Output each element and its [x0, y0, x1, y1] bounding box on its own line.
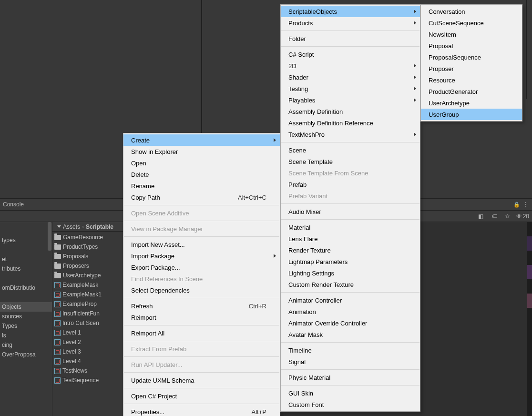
menu-item[interactable]: Rename — [123, 180, 280, 192]
menu-item[interactable]: UserGroup — [421, 109, 522, 120]
folder-row[interactable]: Proposers — [52, 261, 128, 271]
scriptableobject-row[interactable]: Level 2 — [52, 337, 128, 347]
menu-item[interactable]: Assembly Definition Reference — [281, 117, 420, 129]
menu-item[interactable]: 2D — [281, 60, 420, 71]
menu-item[interactable]: Products — [281, 17, 420, 29]
menu-item[interactable]: Custom Render Texture — [281, 279, 420, 290]
left-tree-item[interactable]: Types — [0, 321, 52, 331]
left-tree-item[interactable]: OverProposa — [0, 350, 52, 359]
left-tree-item[interactable] — [0, 274, 52, 283]
left-tree-item[interactable]: et — [0, 254, 52, 264]
label-icon[interactable]: 🏷 — [490, 212, 499, 221]
left-tree-item[interactable]: Objects — [0, 302, 52, 312]
menu-item[interactable]: Prefab — [281, 179, 420, 190]
menu-item[interactable]: Export Package... — [123, 262, 280, 273]
menu-item[interactable]: C# Script — [281, 49, 420, 60]
menu-item[interactable]: Reimport All — [123, 327, 280, 339]
menu-item[interactable]: Shader — [281, 71, 420, 83]
menu-item[interactable]: Delete — [123, 169, 280, 180]
menu-item[interactable]: Testing — [281, 83, 420, 94]
menu-item[interactable]: Animation — [281, 306, 420, 317]
scriptableobject-row[interactable]: ExampleMask1 — [52, 290, 128, 299]
menu-item[interactable]: Show in Explorer — [123, 146, 280, 157]
folder-row[interactable]: GameResource — [52, 233, 128, 242]
menu-item[interactable]: Copy PathAlt+Ctrl+C — [123, 192, 280, 203]
menu-item[interactable]: Reimport — [123, 312, 280, 323]
menu-item[interactable]: Proposal — [421, 40, 522, 51]
kebab-menu-icon[interactable]: ⋮ — [523, 201, 529, 208]
menu-item[interactable]: RefreshCtrl+R — [123, 300, 280, 312]
menu-item[interactable]: Physic Material — [281, 372, 420, 383]
menu-item[interactable]: Import New Asset... — [123, 239, 280, 250]
menu-item[interactable]: Properties...Alt+P — [123, 406, 280, 416]
folder-row[interactable]: ProductTypes — [52, 242, 128, 252]
left-tree-item[interactable]: types — [0, 235, 52, 245]
menu-item[interactable]: Update UXML Schema — [123, 375, 280, 386]
scriptableobject-row[interactable]: Level 3 — [52, 347, 128, 356]
context-menu[interactable]: CreateShow in ExplorerOpenDeleteRenameCo… — [123, 133, 280, 416]
left-tree-item[interactable]: sources — [0, 312, 52, 321]
menu-item[interactable]: Scene Template — [281, 156, 420, 167]
folder-row[interactable]: Proposals — [52, 252, 128, 261]
left-tree-item[interactable]: omDistributio — [0, 283, 52, 293]
menu-item[interactable]: Animator Controller — [281, 294, 420, 306]
folder-row[interactable]: UserArchetype — [52, 271, 128, 280]
project-tree-column[interactable]: Assets › Scriptable GameResourceProductT… — [52, 222, 129, 416]
scriptableobject-row[interactable]: InsufficientFun — [52, 309, 128, 318]
scriptableobject-row[interactable]: Intro Cut Scen — [52, 318, 128, 328]
menu-item[interactable]: Import Package — [123, 250, 280, 262]
menu-item[interactable]: Render Texture — [281, 244, 420, 256]
menu-item[interactable]: Folder — [281, 33, 420, 44]
menu-item[interactable]: Avatar Mask — [281, 329, 420, 340]
menu-item[interactable]: ProductGenerator — [421, 86, 522, 97]
filter-component-icon[interactable]: ◧ — [476, 212, 486, 221]
breadcrumb-current[interactable]: Scriptable — [86, 223, 113, 230]
menu-item[interactable]: TextMeshPro — [281, 129, 420, 140]
menu-item[interactable]: Resource — [421, 74, 522, 86]
left-tree-item[interactable] — [0, 293, 52, 302]
menu-item[interactable]: Open C# Project — [123, 390, 280, 402]
scriptableobject-row[interactable]: Level 4 — [52, 356, 128, 366]
menu-item[interactable]: Lightmap Parameters — [281, 256, 420, 267]
scriptableobject-row[interactable]: Level 1 — [52, 328, 128, 337]
left-tree-item[interactable] — [0, 245, 52, 254]
menu-item[interactable]: Animator Override Controller — [281, 317, 420, 329]
scriptableobject-row[interactable]: TestSequence — [52, 375, 128, 385]
scrollbar-thumb[interactable] — [48, 222, 51, 251]
menu-item[interactable]: NewsItem — [421, 29, 522, 40]
menu-item[interactable]: Material — [281, 222, 420, 233]
console-tab-label[interactable]: Console — [3, 201, 24, 208]
menu-item[interactable]: Proposer — [421, 63, 522, 74]
left-tree-item[interactable]: ls — [0, 331, 52, 340]
menu-item[interactable]: Timeline — [281, 345, 420, 356]
menu-item[interactable]: Custom Font — [281, 399, 420, 410]
menu-item[interactable]: Select Dependencies — [123, 284, 280, 296]
left-tree-item[interactable]: tributes — [0, 264, 52, 274]
breadcrumb-root[interactable]: Assets — [63, 223, 80, 230]
menu-item[interactable]: UserArchetype — [421, 97, 522, 109]
menu-item[interactable]: GUI Skin — [281, 387, 420, 399]
menu-item[interactable]: Open — [123, 157, 280, 169]
menu-item[interactable]: Playables — [281, 94, 420, 106]
menu-item[interactable]: ScriptableObjects — [281, 6, 420, 17]
scriptableobject-row[interactable]: ExampleMask — [52, 280, 128, 290]
menu-item[interactable]: Audio Mixer — [281, 206, 420, 217]
menu-item[interactable]: Create — [123, 134, 280, 146]
favorite-star-icon[interactable]: ☆ — [503, 212, 512, 221]
lock-icon[interactable] — [513, 201, 520, 208]
breadcrumb[interactable]: Assets › Scriptable — [52, 222, 128, 232]
viewport-splitter-right[interactable] — [526, 0, 527, 99]
menu-item[interactable]: Conversation — [421, 6, 522, 17]
create-submenu[interactable]: ScriptableObjectsProductsFolderC# Script… — [280, 4, 420, 412]
menu-item[interactable]: Assembly Definition — [281, 106, 420, 117]
scriptableobject-row[interactable]: ExampleProp — [52, 299, 128, 309]
menu-item[interactable]: Lighting Settings — [281, 267, 420, 279]
menu-item[interactable]: CutSceneSequence — [421, 17, 522, 29]
menu-item[interactable]: Scene — [281, 144, 420, 156]
left-tree-item[interactable]: cing — [0, 340, 52, 350]
scriptableobject-row[interactable]: TestNews — [52, 366, 128, 375]
hidden-items[interactable]: 20 — [516, 212, 529, 221]
menu-item[interactable]: ProposalSequence — [421, 51, 522, 63]
project-left-column[interactable]: typesettributesomDistributioObjectssourc… — [0, 222, 52, 416]
menu-item[interactable]: Lens Flare — [281, 233, 420, 244]
